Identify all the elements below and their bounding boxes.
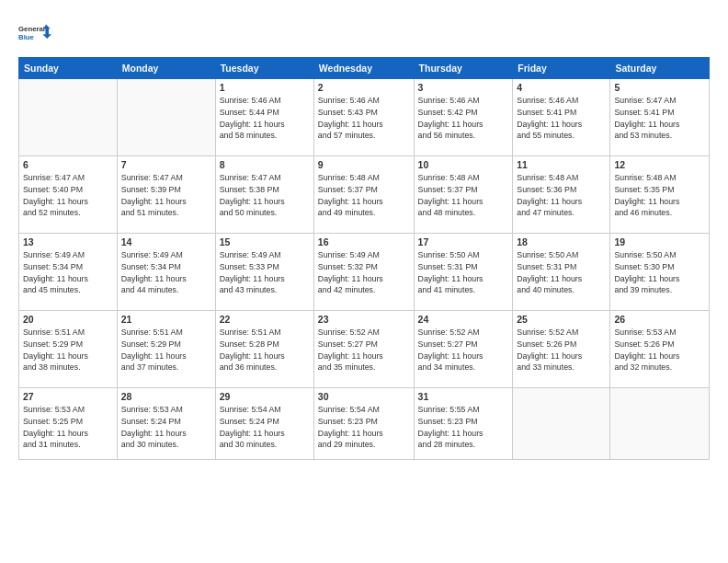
calendar-cell: 11Sunrise: 5:48 AMSunset: 5:36 PMDayligh… [513, 156, 610, 234]
day-number: 30 [318, 391, 410, 402]
calendar-week-row: 20Sunrise: 5:51 AMSunset: 5:29 PMDayligh… [19, 311, 710, 388]
header: General Blue [18, 17, 710, 50]
day-number: 15 [220, 236, 310, 247]
day-info: Sunrise: 5:51 AMSunset: 5:29 PMDaylight:… [121, 327, 211, 373]
day-info: Sunrise: 5:47 AMSunset: 5:41 PMDaylight:… [614, 95, 705, 142]
calendar-cell: 27Sunrise: 5:53 AMSunset: 5:25 PMDayligh… [19, 388, 118, 460]
weekday-header: Saturday [610, 58, 710, 79]
calendar-cell: 7Sunrise: 5:47 AMSunset: 5:39 PMDaylight… [117, 156, 215, 234]
day-number: 31 [418, 391, 509, 402]
day-number: 11 [517, 159, 606, 170]
day-info: Sunrise: 5:50 AMSunset: 5:31 PMDaylight:… [418, 249, 509, 296]
calendar-cell: 31Sunrise: 5:55 AMSunset: 5:23 PMDayligh… [414, 388, 513, 460]
day-number: 2 [318, 82, 410, 93]
calendar-cell: 20Sunrise: 5:51 AMSunset: 5:29 PMDayligh… [19, 311, 118, 388]
day-number: 28 [121, 391, 211, 402]
day-number: 21 [121, 314, 211, 325]
day-info: Sunrise: 5:50 AMSunset: 5:31 PMDaylight:… [517, 249, 606, 296]
day-number: 20 [23, 314, 113, 325]
calendar-cell [117, 79, 215, 156]
day-number: 14 [121, 236, 211, 247]
calendar-cell: 6Sunrise: 5:47 AMSunset: 5:40 PMDaylight… [19, 156, 118, 234]
weekday-header: Monday [117, 58, 215, 79]
day-info: Sunrise: 5:46 AMSunset: 5:41 PMDaylight:… [517, 95, 606, 142]
day-info: Sunrise: 5:46 AMSunset: 5:42 PMDaylight:… [418, 95, 509, 142]
day-info: Sunrise: 5:51 AMSunset: 5:29 PMDaylight:… [23, 327, 113, 373]
day-info: Sunrise: 5:48 AMSunset: 5:36 PMDaylight:… [517, 172, 606, 219]
day-info: Sunrise: 5:51 AMSunset: 5:28 PMDaylight:… [220, 327, 310, 373]
calendar-week-row: 27Sunrise: 5:53 AMSunset: 5:25 PMDayligh… [19, 388, 710, 460]
day-info: Sunrise: 5:47 AMSunset: 5:40 PMDaylight:… [23, 172, 113, 219]
day-info: Sunrise: 5:46 AMSunset: 5:44 PMDaylight:… [220, 95, 310, 142]
day-info: Sunrise: 5:48 AMSunset: 5:35 PMDaylight:… [614, 172, 705, 219]
calendar-cell: 15Sunrise: 5:49 AMSunset: 5:33 PMDayligh… [215, 234, 313, 311]
calendar-cell: 1Sunrise: 5:46 AMSunset: 5:44 PMDaylight… [215, 79, 313, 156]
day-number: 8 [220, 159, 310, 170]
day-number: 19 [614, 236, 705, 247]
day-number: 10 [418, 159, 509, 170]
svg-text:Blue: Blue [18, 33, 35, 41]
day-info: Sunrise: 5:46 AMSunset: 5:43 PMDaylight:… [318, 95, 410, 142]
day-number: 18 [517, 236, 606, 247]
day-info: Sunrise: 5:53 AMSunset: 5:24 PMDaylight:… [121, 404, 211, 451]
day-info: Sunrise: 5:48 AMSunset: 5:37 PMDaylight:… [318, 172, 410, 219]
calendar-cell: 30Sunrise: 5:54 AMSunset: 5:23 PMDayligh… [313, 388, 414, 460]
svg-text:General: General [18, 25, 45, 33]
day-number: 22 [220, 314, 310, 325]
calendar-cell: 21Sunrise: 5:51 AMSunset: 5:29 PMDayligh… [117, 311, 215, 388]
calendar-cell: 18Sunrise: 5:50 AMSunset: 5:31 PMDayligh… [513, 234, 610, 311]
calendar-cell [513, 388, 610, 460]
page: General Blue SundayMondayTuesdayWednesda… [0, 0, 728, 563]
calendar-cell: 13Sunrise: 5:49 AMSunset: 5:34 PMDayligh… [19, 234, 118, 311]
day-info: Sunrise: 5:47 AMSunset: 5:38 PMDaylight:… [220, 172, 310, 219]
calendar-cell: 10Sunrise: 5:48 AMSunset: 5:37 PMDayligh… [414, 156, 513, 234]
logo: General Blue [18, 17, 51, 50]
weekday-header: Sunday [19, 58, 118, 79]
calendar-cell: 4Sunrise: 5:46 AMSunset: 5:41 PMDaylight… [513, 79, 610, 156]
day-number: 23 [318, 314, 410, 325]
calendar-week-row: 1Sunrise: 5:46 AMSunset: 5:44 PMDaylight… [19, 79, 710, 156]
calendar-cell: 25Sunrise: 5:52 AMSunset: 5:26 PMDayligh… [513, 311, 610, 388]
calendar-cell: 28Sunrise: 5:53 AMSunset: 5:24 PMDayligh… [117, 388, 215, 460]
day-number: 29 [220, 391, 310, 402]
day-info: Sunrise: 5:52 AMSunset: 5:27 PMDaylight:… [318, 327, 410, 373]
day-number: 5 [614, 82, 705, 93]
weekday-header: Tuesday [215, 58, 313, 79]
calendar-cell [19, 79, 118, 156]
calendar-cell: 29Sunrise: 5:54 AMSunset: 5:24 PMDayligh… [215, 388, 313, 460]
calendar-header-row: SundayMondayTuesdayWednesdayThursdayFrid… [19, 58, 710, 79]
day-info: Sunrise: 5:49 AMSunset: 5:32 PMDaylight:… [318, 249, 410, 296]
weekday-header: Friday [513, 58, 610, 79]
day-number: 3 [418, 82, 509, 93]
day-number: 9 [318, 159, 410, 170]
day-info: Sunrise: 5:53 AMSunset: 5:26 PMDaylight:… [614, 327, 705, 373]
calendar-week-row: 13Sunrise: 5:49 AMSunset: 5:34 PMDayligh… [19, 234, 710, 311]
day-info: Sunrise: 5:54 AMSunset: 5:23 PMDaylight:… [318, 404, 410, 451]
day-info: Sunrise: 5:49 AMSunset: 5:34 PMDaylight:… [121, 249, 211, 296]
day-number: 7 [121, 159, 211, 170]
weekday-header: Wednesday [313, 58, 414, 79]
day-number: 1 [220, 82, 310, 93]
day-number: 4 [517, 82, 606, 93]
calendar-cell: 2Sunrise: 5:46 AMSunset: 5:43 PMDaylight… [313, 79, 414, 156]
calendar-cell: 9Sunrise: 5:48 AMSunset: 5:37 PMDaylight… [313, 156, 414, 234]
calendar-week-row: 6Sunrise: 5:47 AMSunset: 5:40 PMDaylight… [19, 156, 710, 234]
day-info: Sunrise: 5:48 AMSunset: 5:37 PMDaylight:… [418, 172, 509, 219]
day-info: Sunrise: 5:54 AMSunset: 5:24 PMDaylight:… [220, 404, 310, 451]
day-info: Sunrise: 5:55 AMSunset: 5:23 PMDaylight:… [418, 404, 509, 451]
day-number: 25 [517, 314, 606, 325]
day-number: 13 [23, 236, 113, 247]
day-number: 16 [318, 236, 410, 247]
calendar-cell: 17Sunrise: 5:50 AMSunset: 5:31 PMDayligh… [414, 234, 513, 311]
calendar-cell: 22Sunrise: 5:51 AMSunset: 5:28 PMDayligh… [215, 311, 313, 388]
calendar-table: SundayMondayTuesdayWednesdayThursdayFrid… [18, 57, 710, 460]
calendar-cell: 3Sunrise: 5:46 AMSunset: 5:42 PMDaylight… [414, 79, 513, 156]
day-info: Sunrise: 5:53 AMSunset: 5:25 PMDaylight:… [23, 404, 113, 451]
calendar-cell: 14Sunrise: 5:49 AMSunset: 5:34 PMDayligh… [117, 234, 215, 311]
day-info: Sunrise: 5:47 AMSunset: 5:39 PMDaylight:… [121, 172, 211, 219]
day-info: Sunrise: 5:52 AMSunset: 5:27 PMDaylight:… [418, 327, 509, 373]
weekday-header: Thursday [414, 58, 513, 79]
calendar-cell: 8Sunrise: 5:47 AMSunset: 5:38 PMDaylight… [215, 156, 313, 234]
calendar-cell: 19Sunrise: 5:50 AMSunset: 5:30 PMDayligh… [610, 234, 710, 311]
day-info: Sunrise: 5:50 AMSunset: 5:30 PMDaylight:… [614, 249, 705, 296]
